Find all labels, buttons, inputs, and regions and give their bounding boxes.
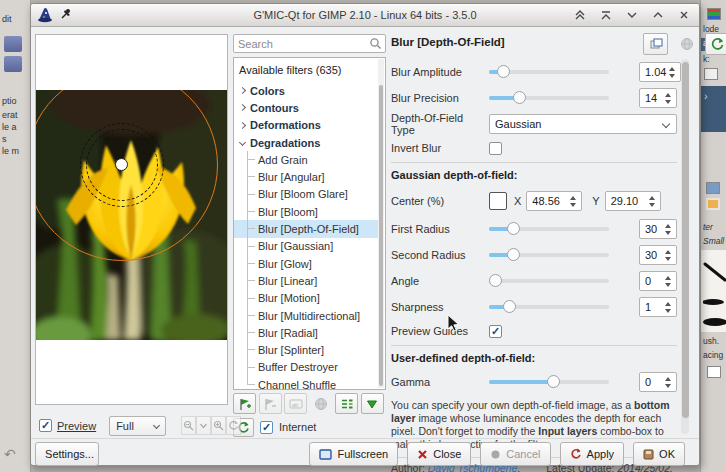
preview-pane[interactable] (35, 34, 228, 405)
spin-first-radius[interactable]: 30 (639, 219, 677, 239)
slider-gamma[interactable] (489, 380, 609, 384)
copy-command-button[interactable] (643, 33, 668, 55)
zoom-reset-button[interactable] (226, 416, 241, 435)
zoom-out-button[interactable] (181, 416, 196, 435)
spin-down-icon[interactable] (665, 384, 671, 388)
slider-handle[interactable] (497, 65, 510, 78)
spin-down-icon[interactable] (665, 257, 671, 261)
spin-up-icon[interactable] (665, 302, 671, 306)
filter-item-blur-splinter[interactable]: Blur [Splinter] (234, 341, 378, 358)
filter-item-add-grain[interactable]: Add Grain (234, 151, 378, 168)
filter-category-colors[interactable]: Colors (234, 82, 378, 99)
search-input[interactable] (234, 38, 369, 50)
settings-button[interactable]: Settings... (35, 442, 99, 466)
combo-depth-of-field-type[interactable]: Gaussian (489, 114, 677, 134)
spin-up-icon[interactable] (669, 67, 675, 71)
reset-filter-button[interactable] (705, 33, 726, 55)
filter-category-deformations[interactable]: Deformations (234, 117, 378, 134)
filter-item-blur-angular[interactable]: Blur [Angular] (234, 168, 378, 185)
spin-down-icon[interactable] (665, 100, 671, 104)
filter-category-degradations[interactable]: Degradations (234, 134, 378, 151)
spin-up-icon[interactable] (665, 250, 671, 254)
filter-search[interactable] (233, 34, 386, 53)
spin-up-icon[interactable] (665, 377, 671, 381)
spin-blur-precision[interactable]: 14 (639, 88, 677, 108)
close-window-icon[interactable] (677, 8, 691, 22)
spin-down-icon[interactable] (665, 309, 671, 313)
zoom-preset-button[interactable] (196, 416, 211, 435)
panel-scrollbar[interactable] (681, 59, 689, 434)
filter-list[interactable]: Available filters (635) ColorsContoursDe… (233, 57, 386, 390)
apply-button[interactable]: Apply (560, 442, 625, 466)
filter-item-blur-radial[interactable]: Blur [Radial] (234, 324, 378, 341)
collapse-all-button[interactable] (361, 393, 384, 414)
filter-item-blur-depth-of-field[interactable]: Blur [Depth-Of-Field] (234, 220, 378, 237)
spin-down-icon[interactable] (669, 74, 675, 78)
slider-blur-precision[interactable] (489, 96, 609, 100)
spin-up-icon[interactable] (570, 196, 576, 200)
slider-second-radius[interactable] (489, 253, 609, 257)
center-color-button[interactable] (489, 192, 507, 210)
spin-center-x[interactable]: 48.56 (526, 191, 582, 211)
filter-item-channel-shuffle[interactable]: Channel Shuffle (234, 376, 378, 390)
shade-icon[interactable] (599, 8, 613, 22)
spin-center-y[interactable]: 29.10 (605, 191, 661, 211)
remove-favorite-button[interactable] (259, 393, 282, 414)
spin-up-icon[interactable] (665, 224, 671, 228)
spin-down-icon[interactable] (649, 203, 655, 207)
filter-item-blur-motion[interactable]: Blur [Motion] (234, 290, 378, 307)
slider-handle[interactable] (503, 300, 516, 313)
spin-up-icon[interactable] (665, 93, 671, 97)
filter-item-blur-bloom[interactable]: Blur [Bloom] (234, 203, 378, 220)
spin-blur-amplitude[interactable]: 1.04 (639, 62, 681, 82)
fullscreen-button[interactable]: Fullscreen (309, 442, 398, 466)
maximize-icon[interactable] (651, 8, 665, 22)
filter-list-scrollbar[interactable] (378, 59, 384, 388)
filter-item-blur-glow[interactable]: Blur [Glow] (234, 255, 378, 272)
slider-first-radius[interactable] (489, 227, 609, 231)
slider-blur-amplitude[interactable] (489, 70, 609, 74)
filter-category-contours[interactable]: Contours (234, 99, 378, 116)
cancel-button[interactable]: Cancel (480, 442, 550, 466)
filter-tags-button[interactable] (335, 393, 358, 414)
checkbox-invert-blur[interactable] (489, 142, 502, 155)
zoom-mode-combo[interactable]: Full (109, 416, 166, 436)
preview-checkbox[interactable] (39, 419, 52, 432)
slider-handle[interactable] (489, 274, 502, 287)
filter-item-blur-gaussian[interactable]: Blur [Gaussian] (234, 238, 378, 255)
filter-item-blur-bloom-glare[interactable]: Blur [Bloom Glare] (234, 186, 378, 203)
filter-item-buffer-destroyer[interactable]: Buffer Destroyer (234, 359, 378, 376)
slider-handle[interactable] (513, 91, 526, 104)
add-favorite-button[interactable] (233, 393, 256, 414)
ok-button[interactable]: OK (633, 442, 685, 466)
web-preview-button[interactable] (310, 393, 333, 414)
titlebar[interactable]: G'MIC-Qt for GIMP 2.10 - Linux 64 bits -… (31, 4, 699, 27)
slider-handle[interactable] (507, 248, 520, 261)
spin-up-icon[interactable] (665, 276, 671, 280)
keep-above-icon[interactable] (573, 8, 587, 22)
rename-favorite-button[interactable]: ab (284, 393, 307, 414)
spin-angle[interactable]: 0 (639, 271, 677, 291)
zoom-in-button[interactable] (211, 416, 226, 435)
param-label: First Radius (391, 223, 489, 235)
spin-down-icon[interactable] (665, 231, 671, 235)
slider-sharpness[interactable] (489, 305, 609, 309)
slider-handle[interactable] (507, 222, 520, 235)
slider-handle[interactable] (547, 375, 560, 388)
spin-down-icon[interactable] (570, 203, 576, 207)
preview-image[interactable] (36, 90, 227, 340)
internet-checkbox[interactable] (260, 421, 273, 434)
filter-item-blur-multidirectional[interactable]: Blur [Multidirectional] (234, 307, 378, 324)
slider-angle[interactable] (489, 279, 609, 283)
checkbox-preview-guides[interactable] (489, 325, 502, 338)
spin-gamma[interactable]: 0 (639, 372, 677, 392)
spin-sharpness[interactable]: 1 (639, 297, 677, 317)
close-button[interactable]: Close (407, 442, 471, 466)
spin-second-radius[interactable]: 30 (639, 245, 677, 265)
filter-web-icon[interactable] (674, 33, 699, 55)
filter-item-blur-linear[interactable]: Blur [Linear] (234, 272, 378, 289)
spin-up-icon[interactable] (649, 196, 655, 200)
spin-down-icon[interactable] (665, 283, 671, 287)
minimize-icon[interactable] (625, 8, 639, 22)
center-point-handle[interactable] (115, 158, 128, 171)
